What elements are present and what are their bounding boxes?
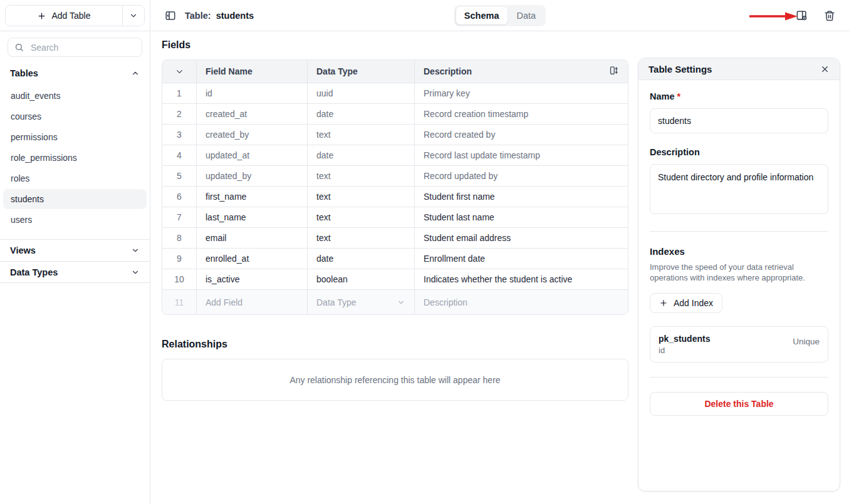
field-row-is_active: 10is_activebooleanIndicates whether the … bbox=[162, 269, 628, 289]
table-name-input[interactable] bbox=[650, 108, 828, 133]
tab-schema[interactable]: Schema bbox=[456, 7, 508, 24]
row-number: 2 bbox=[162, 104, 197, 124]
column-header-data-type: Data Type bbox=[308, 60, 415, 83]
description-cell[interactable]: Record updated by bbox=[415, 166, 628, 186]
field-name-cell[interactable]: created_at bbox=[197, 104, 308, 124]
field-row-updated_by: 5updated_bytextRecord updated by bbox=[162, 165, 628, 186]
required-marker: * bbox=[677, 91, 681, 101]
table-description-textarea[interactable]: Student directory and profile informatio… bbox=[650, 164, 828, 214]
relationships-empty-text: Any relationship referencing this table … bbox=[289, 375, 500, 385]
sidebar-section-data-types[interactable]: Data Types bbox=[0, 261, 150, 283]
field-rows: 1iduuidPrimary key2created_atdateRecord … bbox=[162, 83, 628, 289]
settings-panel-header: Table Settings bbox=[638, 58, 840, 80]
field-name-cell[interactable]: updated_by bbox=[197, 166, 308, 186]
indexes-title: Indexes bbox=[650, 246, 828, 257]
close-icon bbox=[820, 64, 830, 74]
add-field-row: 11 Add Field Data Type Description bbox=[162, 289, 628, 314]
data-type-cell[interactable]: uuid bbox=[308, 83, 415, 103]
row-number: 8 bbox=[162, 228, 197, 248]
sidebar-item-courses[interactable]: courses bbox=[3, 106, 147, 126]
table-settings-button[interactable] bbox=[794, 8, 809, 23]
search-box bbox=[8, 38, 142, 57]
index-name: pk_students bbox=[659, 334, 710, 344]
row-number: 5 bbox=[162, 166, 197, 186]
field-name-cell[interactable]: enrolled_at bbox=[197, 249, 308, 269]
row-number: 9 bbox=[162, 249, 197, 269]
data-type-cell[interactable]: date bbox=[308, 145, 415, 165]
sidebar-item-students[interactable]: students bbox=[3, 189, 147, 209]
field-row-created_at: 2created_atdateRecord creation timestamp bbox=[162, 103, 628, 124]
row-height-button[interactable] bbox=[607, 64, 620, 77]
field-row-id: 1iduuidPrimary key bbox=[162, 83, 628, 103]
field-name-cell[interactable]: first_name bbox=[197, 187, 308, 207]
sidebar-toggle-button[interactable] bbox=[164, 9, 177, 23]
index-card-left: pk_studentsid bbox=[659, 334, 710, 355]
plus-icon bbox=[37, 11, 46, 21]
add-table-button[interactable]: Add Table bbox=[6, 6, 123, 26]
description-cell[interactable]: Student last name bbox=[415, 207, 628, 227]
sidebar-item-roles[interactable]: roles bbox=[3, 168, 147, 188]
field-name-cell[interactable]: email bbox=[197, 228, 308, 248]
chevron-down-icon bbox=[129, 11, 138, 20]
data-type-cell[interactable]: date bbox=[308, 249, 415, 269]
description-cell[interactable]: Indicates whether the student is active bbox=[415, 269, 628, 289]
add-field-description-placeholder: Description bbox=[424, 297, 467, 307]
add-table-split-button: Add Table bbox=[5, 5, 145, 26]
tab-data[interactable]: Data bbox=[508, 7, 544, 24]
sidebar-section-tables[interactable]: Tables bbox=[0, 62, 150, 84]
description-cell[interactable]: Enrollment date bbox=[415, 249, 628, 269]
row-number: 4 bbox=[162, 145, 197, 165]
row-number: 1 bbox=[162, 83, 197, 103]
settings-panel-body: Name* Description Student directory and … bbox=[638, 80, 840, 427]
sidebar-item-users[interactable]: users bbox=[3, 210, 147, 230]
divider bbox=[650, 377, 828, 378]
description-cell[interactable]: Primary key bbox=[415, 83, 628, 103]
description-cell[interactable]: Record creation timestamp bbox=[415, 104, 628, 124]
field-row-first_name: 6first_nametextStudent first name bbox=[162, 186, 628, 207]
add-index-button[interactable]: Add Index bbox=[650, 293, 722, 313]
add-field-description-input[interactable]: Description bbox=[415, 290, 628, 314]
chevron-down-icon bbox=[131, 268, 140, 277]
search-input[interactable] bbox=[8, 38, 142, 57]
data-type-cell[interactable]: text bbox=[308, 187, 415, 207]
delete-table-button[interactable] bbox=[823, 9, 836, 23]
data-type-cell[interactable]: text bbox=[308, 166, 415, 186]
name-label: Name* bbox=[650, 91, 828, 101]
data-type-cell[interactable]: text bbox=[308, 207, 415, 227]
select-all-dropdown[interactable] bbox=[162, 60, 197, 83]
fields-title: Fields bbox=[162, 39, 839, 51]
index-list: pk_studentsidUnique bbox=[650, 326, 828, 363]
table-name: students bbox=[216, 11, 254, 21]
data-type-cell[interactable]: text bbox=[308, 228, 415, 248]
sidebar-item-audit_events[interactable]: audit_events bbox=[3, 86, 147, 106]
add-field-type-select[interactable]: Data Type bbox=[308, 290, 415, 314]
field-name-cell[interactable]: updated_at bbox=[197, 145, 308, 165]
sidebar-section-views[interactable]: Views bbox=[0, 239, 150, 261]
data-type-cell[interactable]: date bbox=[308, 104, 415, 124]
description-cell[interactable]: Record created by bbox=[415, 125, 628, 145]
add-field-name-placeholder: Add Field bbox=[206, 297, 242, 307]
description-cell[interactable]: Record last update timestamp bbox=[415, 145, 628, 165]
fields-table-header: Field Name Data Type Description bbox=[162, 60, 628, 83]
sidebar-header: Add Table bbox=[0, 0, 150, 31]
sidebar-item-permissions[interactable]: permissions bbox=[3, 127, 147, 147]
field-name-cell[interactable]: is_active bbox=[197, 269, 308, 289]
delete-this-table-button[interactable]: Delete this Table bbox=[650, 392, 828, 416]
add-field-name-input[interactable]: Add Field bbox=[197, 290, 308, 314]
description-cell[interactable]: Student first name bbox=[415, 187, 628, 207]
field-row-created_by: 3created_bytextRecord created by bbox=[162, 124, 628, 145]
row-number: 10 bbox=[162, 269, 197, 289]
sidebar: Add Table Tables audit_eventscoursesperm bbox=[0, 0, 150, 504]
relationships-empty-state: Any relationship referencing this table … bbox=[162, 359, 628, 401]
data-type-cell[interactable]: text bbox=[308, 125, 415, 145]
field-name-cell[interactable]: id bbox=[197, 83, 308, 103]
data-type-cell[interactable]: boolean bbox=[308, 269, 415, 289]
description-cell[interactable]: Student email address bbox=[415, 228, 628, 248]
field-name-cell[interactable]: created_by bbox=[197, 125, 308, 145]
index-card-pk_students[interactable]: pk_studentsidUnique bbox=[650, 326, 828, 363]
field-name-cell[interactable]: last_name bbox=[197, 207, 308, 227]
row-number: 3 bbox=[162, 125, 197, 145]
close-panel-button[interactable] bbox=[819, 63, 831, 75]
sidebar-item-role_permissions[interactable]: role_permissions bbox=[3, 148, 147, 168]
add-table-dropdown-button[interactable] bbox=[123, 6, 144, 26]
